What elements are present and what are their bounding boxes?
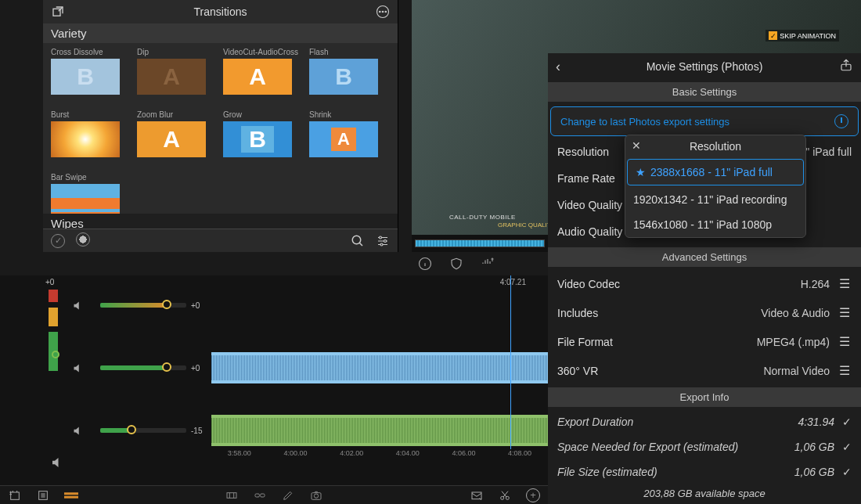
row-value: H.264 xyxy=(801,278,830,290)
trim-icon[interactable] xyxy=(225,488,239,502)
svg-rect-15 xyxy=(227,492,236,498)
keyframe-icon[interactable] xyxy=(52,351,59,358)
bottom-toolbar: + xyxy=(0,485,548,504)
share-icon[interactable] xyxy=(839,58,853,72)
shield-icon[interactable] xyxy=(449,257,463,271)
transition-item[interactable]: VideoCut-AudioCrossA xyxy=(223,48,292,95)
row-label: 360° VR xyxy=(557,365,598,377)
resolution-popup: ✕ Resolution ★2388x1668 - 11" iPad full1… xyxy=(625,135,806,238)
row-label: Audio Quality xyxy=(557,225,622,238)
waveform-icon[interactable] xyxy=(481,257,495,271)
chevron-list-icon: ☰ xyxy=(839,363,852,378)
transition-name: Flash xyxy=(309,48,378,56)
settings-row[interactable]: Video CodecH.264☰ xyxy=(548,269,861,298)
close-icon[interactable]: ✕ xyxy=(632,139,641,152)
master-speaker-icon[interactable] xyxy=(50,455,64,470)
resolution-option[interactable]: 1546x1080 - 11" iPad 1080p xyxy=(625,212,805,237)
transition-thumb: A xyxy=(137,59,206,95)
transitions-panel: Transitions Variety Cross DissolveBDipAV… xyxy=(43,0,398,252)
search-icon[interactable] xyxy=(351,234,365,248)
row-label: Frame Rate xyxy=(557,172,615,185)
preview-scrubber[interactable] xyxy=(412,235,548,252)
info-row: Export Duration4:31.94 ✓ xyxy=(548,409,861,434)
section-basic: Basic Settings xyxy=(548,82,861,102)
transition-item[interactable]: Cross DissolveB xyxy=(51,48,120,95)
transition-item[interactable]: Burst xyxy=(51,110,120,157)
transition-name: Zoom Blur xyxy=(137,110,206,119)
svg-rect-20 xyxy=(472,492,481,499)
svg-point-3 xyxy=(382,11,384,13)
skip-animation-toggle[interactable]: ✓ SKIP ANIMATION xyxy=(766,30,839,41)
transition-item[interactable]: ShrinkA xyxy=(309,110,378,157)
timeline-offset: +0 xyxy=(45,278,54,286)
popup-title: Resolution xyxy=(690,140,741,153)
chevron-list-icon: ☰ xyxy=(839,276,852,291)
volume-slider[interactable] xyxy=(100,428,186,433)
audio-track[interactable]: +0 xyxy=(0,352,548,383)
transition-item[interactable]: DipA xyxy=(137,48,206,95)
transition-item[interactable]: FlashB xyxy=(309,48,378,95)
cut-icon[interactable] xyxy=(498,488,512,502)
svg-point-7 xyxy=(384,239,387,242)
settings-row[interactable]: File FormatMPEG4 (.mp4)☰ xyxy=(548,327,861,356)
settings-sliders-icon[interactable] xyxy=(376,234,390,248)
transition-item[interactable]: GrowB xyxy=(223,110,292,157)
volume-slider[interactable] xyxy=(100,365,186,370)
playhead[interactable] xyxy=(510,275,511,449)
settings-row[interactable]: IncludesVideo & Audio☰ xyxy=(548,298,861,327)
row-label: Video Codec xyxy=(557,278,620,290)
transition-thumb: A xyxy=(137,121,206,157)
speaker-icon[interactable] xyxy=(72,362,84,374)
more-icon[interactable] xyxy=(376,5,390,19)
row-label: Video Quality xyxy=(557,199,622,211)
mail-icon[interactable] xyxy=(470,488,484,502)
transition-name: Dip xyxy=(137,48,206,56)
svg-point-8 xyxy=(380,243,383,246)
available-space: 203,88 GB available space xyxy=(548,484,861,502)
transitions-grid: Cross DissolveBDipAVideoCut-AudioCrossAF… xyxy=(43,43,398,225)
transition-name: Burst xyxy=(51,110,120,119)
transition-item[interactable]: Bar Swipe xyxy=(51,173,120,220)
playhead-time: 4:07.21 xyxy=(500,278,526,286)
star-icon: ★ xyxy=(636,166,646,178)
pop-out-icon[interactable] xyxy=(51,5,65,19)
speaker-icon[interactable] xyxy=(72,425,84,437)
section-advanced: Advanced Settings xyxy=(548,247,861,267)
transition-thumb xyxy=(51,121,120,157)
checkmark-icon[interactable]: ✓ xyxy=(51,234,65,248)
section-export-info: Export Info xyxy=(548,387,861,407)
chevron-list-icon: ☰ xyxy=(839,305,852,320)
resolution-option[interactable]: 1920x1342 - 11" iPad recording xyxy=(625,187,805,212)
section-variety: Variety xyxy=(43,23,398,43)
svg-rect-17 xyxy=(261,494,265,497)
edit-icon[interactable] xyxy=(281,488,295,502)
settings-row[interactable]: 360° VRNormal Video☰ xyxy=(548,356,861,385)
audio-track[interactable]: +0 xyxy=(0,290,548,321)
resolution-option[interactable]: ★2388x1668 - 11" iPad full xyxy=(627,159,804,185)
transition-name: Bar Swipe xyxy=(51,173,120,182)
chevron-list-icon: ☰ xyxy=(839,334,852,349)
info-row: File Size (estimated)1,06 GB ✓ xyxy=(548,459,861,484)
transition-item[interactable]: Zoom BlurA xyxy=(137,110,206,157)
audio-track[interactable]: -15 xyxy=(0,415,548,446)
transition-thumb: B xyxy=(223,121,292,157)
info-icon[interactable] xyxy=(418,257,432,271)
transition-thumb: A xyxy=(223,59,292,95)
link-icon[interactable] xyxy=(253,488,267,502)
volume-slider[interactable] xyxy=(100,303,186,308)
record-icon[interactable] xyxy=(76,232,90,249)
change-to-last-export[interactable]: Change to last Photos export settings xyxy=(550,106,859,136)
speaker-icon[interactable] xyxy=(72,300,84,311)
list-icon[interactable] xyxy=(36,488,50,502)
timeline[interactable]: +0 4:07.21 +0+0-15+0 3:58.004:00.004:02.… xyxy=(0,275,548,485)
back-icon[interactable]: ‹ xyxy=(556,59,560,75)
transition-thumb: B xyxy=(51,59,120,95)
add-clip-icon[interactable] xyxy=(8,488,22,502)
row-value: Video & Audio xyxy=(761,307,830,319)
add-button[interactable]: + xyxy=(526,488,540,502)
row-value: MPEG4 (.mp4) xyxy=(757,336,830,348)
clip-icon[interactable] xyxy=(64,488,78,502)
db-value: +0 xyxy=(191,301,200,310)
transition-name: Cross Dissolve xyxy=(51,48,120,56)
camera-icon[interactable] xyxy=(309,488,323,502)
